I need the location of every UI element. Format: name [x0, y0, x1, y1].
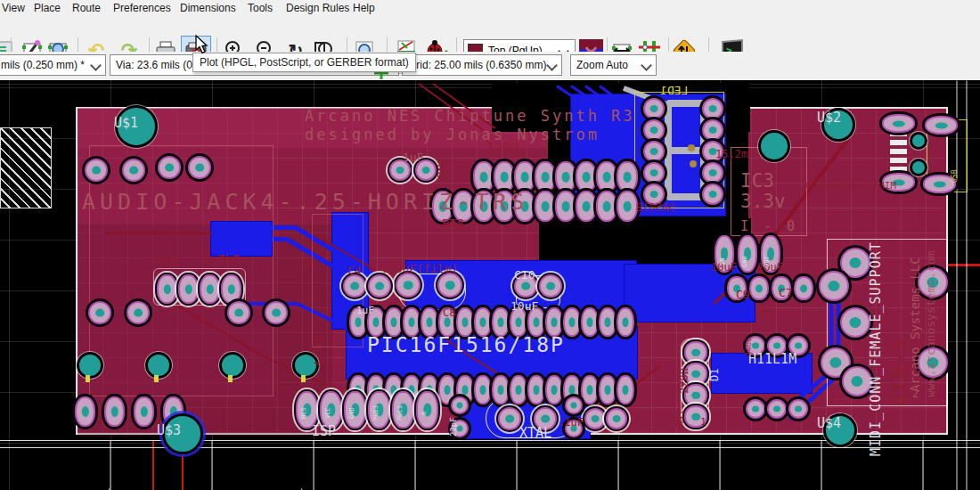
board-label: 4.7kΩ: [202, 253, 240, 265]
pad: [345, 276, 364, 296]
trace: [618, 440, 619, 490]
board-label: C9: [736, 289, 750, 300]
pad: [475, 163, 493, 191]
pad: [453, 398, 467, 412]
pad: [704, 164, 722, 182]
pad: [417, 161, 435, 179]
board-label: SA501B: [636, 202, 674, 213]
board-label: LED1: [660, 85, 688, 96]
pad: [842, 309, 869, 336]
menu-design-rules[interactable]: Design Rules: [286, 1, 349, 15]
pad: [90, 303, 110, 323]
pad: [747, 401, 764, 417]
hatched-keepout-area: [0, 127, 52, 208]
trace: [948, 264, 980, 266]
board-label: IC3: [740, 172, 774, 191]
board-label: 22pF: [450, 417, 458, 437]
pad: [927, 118, 956, 133]
board-label: RN1: [675, 410, 685, 428]
menu-route[interactable]: Route: [72, 1, 101, 15]
trace: [110, 440, 111, 490]
board-label: MIDI_CONN_FEMALE_SUPPORT: [870, 241, 883, 456]
pad: [494, 309, 508, 335]
trace: [314, 440, 314, 490]
menu-view[interactable]: View: [2, 1, 25, 15]
pad: [600, 377, 615, 403]
board-label: ISP: [312, 425, 336, 438]
pad: [124, 160, 143, 180]
board-label: XTAL: [519, 427, 551, 440]
zoom-select[interactable]: Zoom Auto: [570, 54, 657, 76]
pad: [397, 274, 419, 296]
trace: [415, 440, 416, 490]
pad: [600, 309, 615, 335]
pad: [704, 100, 722, 118]
pad: [618, 309, 633, 335]
trace: [923, 440, 924, 490]
mouse-cursor: [195, 35, 209, 54]
board-label: U$2: [817, 111, 841, 125]
board-label: PIC16F1516/18P: [367, 335, 565, 355]
mounting-hole: [910, 159, 927, 176]
pad: [500, 409, 519, 429]
pcb-canvas[interactable]: Arcano NES Chiptune Synth R3designed by …: [0, 80, 980, 490]
board-label: H11L1M: [748, 353, 796, 366]
seven-segment-bar: [666, 147, 706, 154]
track-width-select[interactable]: mils (0.250 mm) *: [0, 54, 106, 76]
trace: [517, 440, 518, 490]
pad: [618, 377, 633, 403]
board-label: RN2: [436, 158, 447, 178]
usb-connector-pins: [890, 131, 907, 172]
board-label: 4.7kΩ: [314, 335, 324, 367]
pad: [751, 278, 767, 298]
pad: [583, 377, 597, 403]
board-label: R1: [303, 255, 314, 267]
pad: [842, 249, 869, 276]
pad: [529, 377, 543, 403]
board-label: C10: [514, 269, 535, 281]
pad: [422, 309, 437, 335]
pcbnew-window: ViewPlaceRoutePreferencesDimensionsTools…: [0, 0, 980, 490]
pad: [86, 160, 106, 180]
board-label: I - 0: [740, 220, 798, 233]
pad: [511, 309, 526, 335]
pad: [645, 121, 663, 139]
pad: [439, 274, 461, 296]
pad: [598, 163, 616, 191]
pad: [618, 192, 636, 220]
trace: [0, 447, 980, 448]
board-label: 1: [700, 417, 706, 427]
mounting-hole: [910, 132, 927, 150]
pad: [418, 393, 437, 427]
board-label: C6: [755, 305, 770, 316]
mounting-hole: [758, 130, 790, 162]
pad-marker: [228, 375, 233, 382]
track-width-value: mils (0.250 mm) *: [1, 59, 85, 71]
pad: [223, 276, 240, 302]
board-label: 6: [421, 412, 428, 415]
grid-select[interactable]: Grid: 25.00 mils (0.6350 mm): [402, 54, 562, 76]
board-label: USB: [951, 170, 959, 183]
pad: [790, 401, 806, 417]
menu-help[interactable]: Help: [353, 1, 375, 15]
trace: [720, 440, 721, 490]
board-label: 3.3v: [740, 192, 786, 211]
pad: [266, 303, 286, 323]
menu-dimensions[interactable]: Dimensions: [180, 1, 236, 15]
pad: [821, 273, 847, 299]
pad: [796, 278, 812, 298]
grid-value: Grid: 25.00 mils (0.6350 mm): [408, 59, 546, 71]
pad: [106, 398, 123, 425]
menu-place[interactable]: Place: [34, 1, 61, 15]
menu-tools[interactable]: Tools: [248, 1, 273, 15]
board-label: U$3: [157, 424, 181, 437]
board-label: 1uF: [356, 306, 374, 315]
chevron-down-icon: [641, 60, 652, 71]
mounting-hole: [145, 352, 172, 379]
board-label: 220Ω: [679, 368, 690, 394]
pad: [704, 121, 722, 139]
pad: [201, 276, 218, 302]
board-label: .1uF: [396, 151, 423, 163]
solder-dot: [690, 160, 697, 167]
menu-preferences[interactable]: Preferences: [113, 1, 171, 15]
